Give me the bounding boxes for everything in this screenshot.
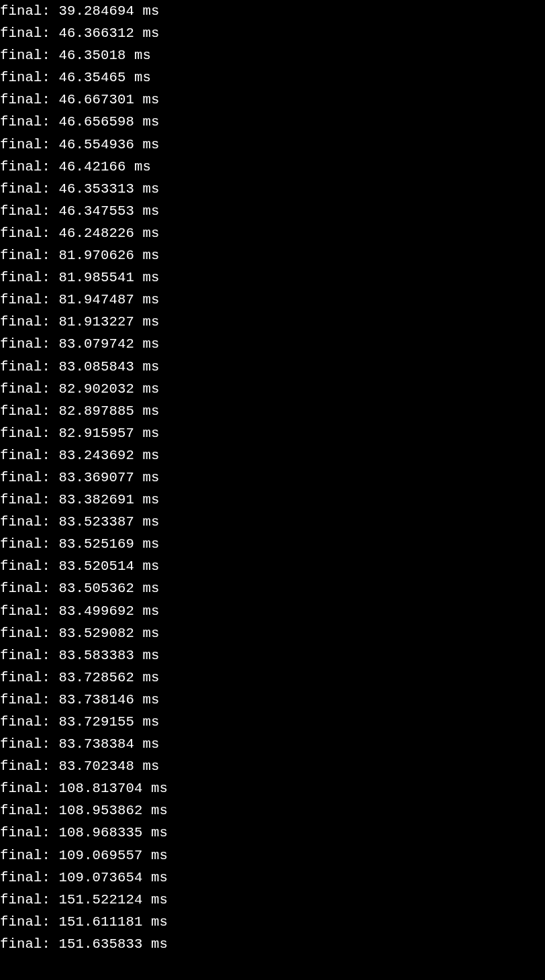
log-line: final: 82.897885 ms	[0, 400, 545, 422]
log-line: final: 83.729155 ms	[0, 711, 545, 733]
log-line: final: 81.985541 ms	[0, 266, 545, 289]
log-line: final: 46.366312 ms	[0, 22, 545, 44]
log-line: final: 83.243692 ms	[0, 444, 545, 467]
log-line: final: 46.347553 ms	[0, 200, 545, 222]
log-line: final: 83.079742 ms	[0, 333, 545, 355]
log-line: final: 46.35465 ms	[0, 66, 545, 89]
log-line: final: 109.073654 ms	[0, 867, 545, 889]
log-line: final: 83.369077 ms	[0, 467, 545, 489]
log-line: final: 151.522124 ms	[0, 889, 545, 911]
log-line: final: 83.529082 ms	[0, 622, 545, 644]
log-line: final: 108.968335 ms	[0, 822, 545, 844]
log-line: final: 46.248226 ms	[0, 222, 545, 244]
terminal-output[interactable]: final: 39.284694 msfinal: 46.366312 msfi…	[0, 0, 545, 955]
log-line: final: 46.656598 ms	[0, 111, 545, 133]
log-line: final: 82.915957 ms	[0, 422, 545, 444]
log-line: final: 81.947487 ms	[0, 289, 545, 311]
log-line: final: 109.069557 ms	[0, 844, 545, 867]
log-line: final: 83.525169 ms	[0, 533, 545, 555]
log-line: final: 151.611181 ms	[0, 911, 545, 933]
log-line: final: 46.35018 ms	[0, 44, 545, 66]
log-line: final: 83.382691 ms	[0, 489, 545, 511]
log-line: final: 83.505362 ms	[0, 577, 545, 599]
log-line: final: 83.738384 ms	[0, 733, 545, 755]
log-line: final: 46.42166 ms	[0, 156, 545, 178]
log-line: final: 82.902032 ms	[0, 378, 545, 400]
log-line: final: 151.635833 ms	[0, 933, 545, 955]
log-line: final: 83.583383 ms	[0, 644, 545, 667]
log-line: final: 83.523387 ms	[0, 511, 545, 533]
log-line: final: 83.738146 ms	[0, 689, 545, 711]
log-line: final: 108.813704 ms	[0, 777, 545, 799]
log-line: final: 46.554936 ms	[0, 134, 545, 156]
log-line: final: 83.520514 ms	[0, 555, 545, 577]
log-line: final: 83.085843 ms	[0, 356, 545, 378]
log-line: final: 46.667301 ms	[0, 89, 545, 111]
log-line: final: 39.284694 ms	[0, 0, 545, 22]
log-line: final: 83.728562 ms	[0, 667, 545, 689]
log-line: final: 81.970626 ms	[0, 244, 545, 266]
log-line: final: 83.702348 ms	[0, 755, 545, 777]
log-line: final: 108.953862 ms	[0, 799, 545, 822]
log-line: final: 46.353313 ms	[0, 178, 545, 200]
log-line: final: 83.499692 ms	[0, 600, 545, 622]
log-line: final: 81.913227 ms	[0, 311, 545, 333]
